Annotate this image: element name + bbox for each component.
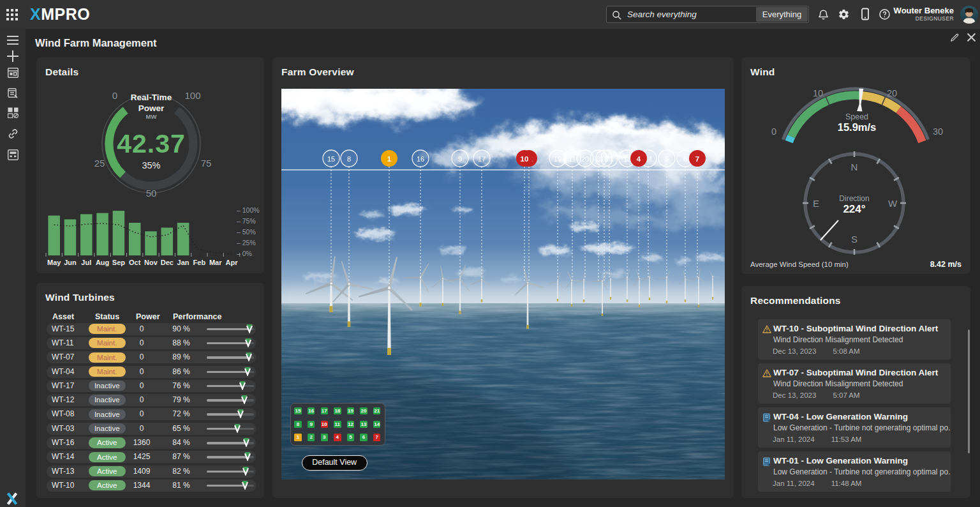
svg-text:75: 75 (201, 158, 212, 169)
svg-text:19: 19 (554, 155, 561, 163)
svg-text:S: S (851, 234, 858, 245)
svg-text:1: 1 (387, 155, 392, 163)
svg-text:5: 5 (665, 155, 669, 163)
svg-text:16: 16 (417, 155, 424, 163)
svg-text:0: 0 (112, 90, 117, 101)
svg-text:4: 4 (637, 155, 641, 163)
svg-text:Power: Power (138, 103, 165, 113)
svg-text:15.9m/s: 15.9m/s (838, 121, 877, 133)
svg-text:Speed: Speed (845, 112, 868, 121)
svg-text:35%: 35% (142, 160, 160, 170)
svg-text:9: 9 (458, 155, 462, 163)
svg-text:25: 25 (94, 158, 105, 169)
svg-text:Aug: Aug (96, 259, 109, 266)
svg-text:Oct: Oct (129, 259, 141, 266)
svg-text:MW: MW (146, 113, 157, 120)
svg-text:– 75%: – 75% (237, 217, 256, 225)
svg-text:Average Wind Speed (10 min): Average Wind Speed (10 min) (750, 261, 849, 268)
svg-text:17: 17 (478, 155, 486, 163)
svg-text:224°: 224° (843, 203, 865, 215)
svg-text:20: 20 (581, 155, 589, 163)
svg-text:Sep: Sep (112, 259, 125, 266)
svg-text:N: N (851, 162, 858, 172)
svg-text:50: 50 (146, 188, 157, 199)
svg-text:42.37: 42.37 (117, 129, 186, 158)
svg-text:15: 15 (327, 155, 335, 163)
svg-text:8: 8 (347, 155, 351, 163)
svg-text:21: 21 (605, 155, 613, 163)
svg-text:7: 7 (695, 155, 699, 163)
svg-text:10: 10 (521, 155, 529, 163)
svg-text:Jul: Jul (81, 259, 91, 266)
svg-text:Dec: Dec (161, 259, 174, 266)
svg-text:– 0%: – 0% (237, 250, 252, 257)
svg-text:Feb: Feb (193, 259, 206, 266)
svg-text:E: E (813, 198, 819, 209)
svg-text:Real-Time: Real-Time (131, 93, 172, 102)
svg-text:Jun: Jun (64, 259, 77, 266)
svg-text:10: 10 (813, 88, 823, 98)
svg-text:100: 100 (184, 90, 200, 101)
svg-text:– 50%: – 50% (237, 228, 256, 236)
svg-text:– 25%: – 25% (237, 239, 256, 246)
svg-text:8.42 m/s: 8.42 m/s (930, 260, 961, 269)
svg-text:0: 0 (771, 126, 776, 137)
svg-text:11: 11 (568, 155, 575, 163)
svg-text:20: 20 (887, 88, 897, 98)
svg-text:Mar: Mar (209, 259, 222, 266)
svg-text:30: 30 (933, 126, 943, 137)
svg-text:May: May (47, 259, 61, 266)
svg-text:13: 13 (623, 155, 631, 163)
svg-text:Direction: Direction (839, 194, 869, 203)
svg-text:– 100%: – 100% (237, 206, 260, 214)
svg-text:Nov: Nov (144, 259, 158, 266)
svg-text:Apr: Apr (226, 259, 239, 266)
svg-text:Jan: Jan (177, 259, 189, 266)
svg-text:6: 6 (683, 155, 687, 163)
svg-text:W: W (888, 198, 898, 209)
